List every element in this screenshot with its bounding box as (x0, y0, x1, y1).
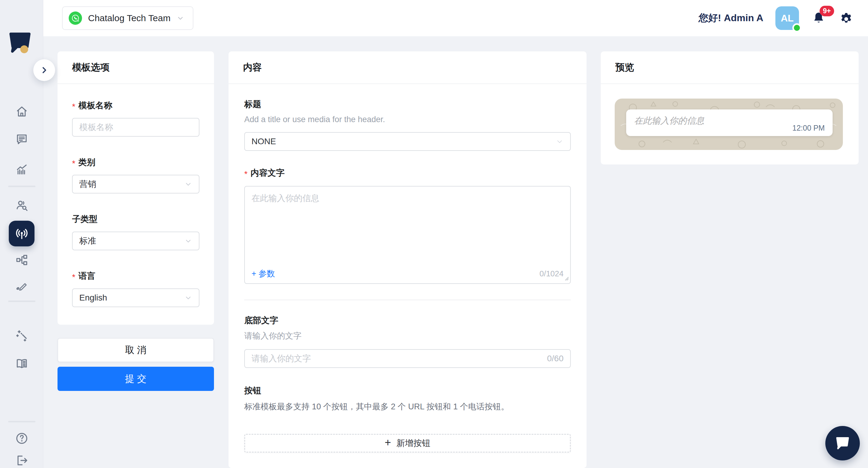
template-options-title: 模板选项 (58, 52, 214, 84)
language-value: English (79, 293, 107, 303)
sidebar-item-contacts[interactable] (0, 199, 43, 212)
category-select[interactable]: 营销 (72, 175, 199, 194)
sidebar-divider (8, 421, 35, 422)
whatsapp-preview-background: 在此输入你的信息 12:00 PM (615, 99, 843, 150)
body-textarea-wrap: + 参数 0/1024 (244, 186, 571, 284)
sidebar-divider (8, 301, 35, 302)
body-text-label: 内容文字 (251, 167, 284, 179)
avatar-initials: AL (781, 13, 794, 24)
workspace-dropdown[interactable]: Chatalog Tech Team (62, 6, 193, 30)
buttons-section-label: 按钮 (244, 385, 261, 396)
chart-icon (15, 162, 29, 176)
resize-handle-icon[interactable] (564, 276, 569, 282)
header-type-select[interactable]: NONE (244, 132, 571, 151)
add-parameter-link[interactable]: + 参数 (251, 268, 275, 279)
buttons-section-hint: 标准模板最多支持 10 个按钮，其中最多 2 个 URL 按钮和 1 个电话按钮… (244, 401, 571, 412)
subtype-value: 标准 (79, 235, 96, 247)
template-name-input-wrap (72, 118, 199, 137)
greeting-text: 您好! Admin A (699, 11, 763, 25)
sidebar-expand-button[interactable] (33, 59, 55, 81)
sidebar-item-home[interactable] (0, 105, 43, 119)
field-subtype: 子类型 标准 (72, 213, 199, 250)
sidebar (0, 0, 43, 468)
field-category: * 类别 营销 (72, 157, 199, 194)
header-type-value: NONE (251, 137, 276, 146)
template-name-input[interactable] (79, 123, 192, 132)
preview-message-bubble: 在此输入你的信息 12:00 PM (626, 109, 833, 136)
chevron-down-icon (184, 237, 192, 245)
magic-wand-icon (15, 329, 29, 342)
subtype-label: 子类型 (72, 213, 97, 225)
signature-pen-icon (15, 279, 29, 293)
avatar[interactable]: AL (775, 6, 799, 30)
broadcast-icon (14, 227, 29, 241)
chevron-down-icon (177, 14, 184, 22)
preview-message-time: 12:00 PM (792, 124, 825, 132)
chevron-right-icon (40, 66, 49, 74)
notifications-button[interactable]: 9+ (811, 10, 826, 26)
add-button-button[interactable]: + 新增按钮 (244, 434, 571, 453)
section-divider (244, 300, 571, 300)
required-mark: * (72, 159, 75, 168)
logout-icon (15, 454, 29, 467)
content-title: 内容 (228, 52, 587, 84)
app-logo-icon (6, 31, 34, 55)
cancel-button[interactable]: 取 消 (58, 338, 214, 362)
sidebar-item-broadcast-active[interactable] (9, 221, 34, 246)
field-language: * 语言 English (72, 270, 199, 307)
language-select[interactable]: English (72, 289, 199, 307)
notification-badge: 9+ (819, 6, 834, 16)
footer-text-label: 底部文字 (244, 315, 278, 326)
chevron-down-icon (184, 180, 192, 188)
help-circle-icon (15, 431, 29, 445)
people-search-icon (15, 199, 29, 212)
body-textarea[interactable] (245, 187, 570, 260)
footer-char-counter: 0/60 (547, 354, 564, 363)
preview-title: 预览 (601, 52, 859, 84)
gear-icon (838, 10, 854, 26)
template-name-label: 模板名称 (79, 100, 112, 111)
footer-text-input[interactable] (251, 354, 543, 363)
header-section-hint: Add a title or use media for the header. (244, 115, 571, 124)
workspace-name: Chatalog Tech Team (88, 13, 170, 23)
sidebar-item-logout[interactable] (0, 454, 43, 467)
add-button-label: 新增按钮 (397, 437, 430, 449)
header-section-label: 标题 (244, 99, 261, 110)
support-chat-button[interactable] (825, 426, 860, 461)
logo-gold-dot-icon (20, 45, 28, 53)
sidebar-item-conversations[interactable] (0, 132, 43, 146)
subtype-select[interactable]: 标准 (72, 232, 199, 250)
sidebar-item-help[interactable] (0, 431, 43, 445)
required-mark: * (244, 169, 248, 179)
whatsapp-icon (69, 11, 82, 25)
flow-icon (15, 253, 29, 267)
category-label: 类别 (79, 157, 95, 168)
settings-button[interactable] (838, 10, 854, 26)
footer-input-wrap: 0/60 (244, 349, 571, 368)
preview-panel: 预览 在此输入你的信息 12:00 PM (601, 52, 859, 164)
sidebar-item-analytics[interactable] (0, 162, 43, 176)
plus-icon: + (385, 437, 391, 448)
chevron-down-icon (184, 294, 192, 302)
footer-text-hint: 请输入你的文字 (244, 330, 571, 341)
language-label: 语言 (79, 270, 95, 282)
sidebar-item-ai-tools[interactable] (0, 329, 43, 342)
template-options-panel: 模板选项 * 模板名称 * 类别 营销 子 (58, 52, 214, 325)
required-mark: * (72, 102, 75, 111)
category-value: 营销 (79, 178, 96, 190)
sidebar-divider (8, 186, 35, 187)
topbar-right: 您好! Admin A AL 9+ (699, 6, 854, 30)
chat-lines-icon (15, 132, 29, 146)
sidebar-item-docs[interactable] (0, 357, 43, 371)
online-status-dot (792, 23, 801, 32)
chat-bubble-icon (834, 436, 851, 451)
chevron-down-icon (556, 138, 563, 145)
home-icon (15, 105, 29, 119)
sidebar-item-flows[interactable] (0, 253, 43, 267)
sidebar-item-signature[interactable] (0, 279, 43, 293)
topbar: Chatalog Tech Team 您好! Admin A AL 9+ (43, 0, 868, 36)
submit-button[interactable]: 提 交 (58, 367, 214, 391)
content-panel: 内容 标题 Add a title or use media for the h… (228, 52, 587, 468)
required-mark: * (72, 272, 75, 282)
body-char-counter: 0/1024 (539, 269, 563, 278)
